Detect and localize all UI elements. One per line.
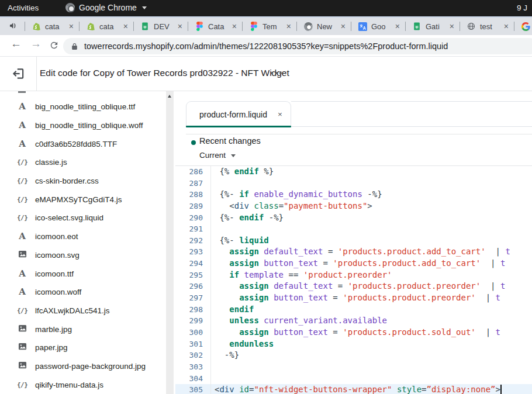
- tab-close-icon[interactable]: ×: [504, 22, 509, 30]
- browser-tab[interactable]: cata×: [25, 18, 79, 35]
- line-number: 296: [175, 281, 210, 292]
- page-title: Edit code for Copy of Tower Records prd0…: [40, 68, 289, 78]
- tab-close-icon[interactable]: ×: [341, 22, 346, 30]
- browser-tab[interactable]: DEV×: [133, 18, 188, 35]
- browser-tab[interactable]: Goo×: [351, 18, 405, 35]
- file-name: classie.js: [35, 158, 67, 167]
- browser-tab[interactable]: New×: [296, 18, 351, 35]
- header-divider: [36, 57, 37, 91]
- chevron-down-icon: [231, 154, 236, 157]
- font-file-icon: A: [17, 140, 27, 148]
- file-item[interactable]: {/}classie.js: [0, 153, 164, 172]
- version-dropdown[interactable]: Current: [199, 151, 236, 160]
- file-item[interactable]: Aicomoon.eot: [0, 227, 164, 246]
- tab-close-icon[interactable]: ×: [178, 22, 182, 30]
- file-item[interactable]: icomoon.svg: [0, 246, 164, 265]
- file-item[interactable]: paper.jpg: [0, 338, 164, 357]
- line-number: 301: [175, 338, 210, 350]
- code-line: 302 -%}: [175, 350, 532, 361]
- file-name: ico-select.svg.liquid: [35, 213, 103, 222]
- code-line: 294 assign button_text = 'products.produ…: [175, 258, 532, 269]
- browser-tab[interactable]: Cata×: [188, 18, 242, 35]
- file-item[interactable]: {/}qikify-tmenu-data.js: [0, 375, 164, 394]
- line-number: 299: [175, 315, 210, 327]
- browser-tab[interactable]: [514, 18, 532, 35]
- back-button[interactable]: ←: [11, 37, 22, 50]
- code-file-icon: {/}: [17, 177, 27, 185]
- google-favicon-icon: [521, 22, 530, 31]
- figma-favicon-icon: [249, 22, 258, 31]
- recent-changes-title: Recent changes: [199, 136, 261, 146]
- font-file-icon: A: [17, 102, 27, 111]
- sidebar-scrollbar[interactable]: [166, 91, 174, 394]
- reload-button[interactable]: [49, 40, 59, 53]
- browser-tab[interactable]: Gati×: [405, 18, 460, 35]
- file-item[interactable]: Abig_noodle_titling_oblique.ttf: [0, 98, 164, 116]
- file-item[interactable]: Aicomoon.woff: [0, 283, 164, 302]
- code-line: 295 if template == 'product.preorder': [175, 269, 532, 281]
- file-item[interactable]: {/}lfcAXLwjkDALc541.js: [0, 302, 164, 320]
- tab-close-icon[interactable]: ×: [232, 22, 237, 30]
- tab-close-icon[interactable]: ×: [395, 22, 400, 30]
- line-number: 294: [175, 258, 210, 269]
- file-item[interactable]: {/}cs-skin-border.css: [0, 172, 164, 191]
- forward-button[interactable]: →: [30, 37, 42, 50]
- code-line: 292 {%- liquid: [175, 235, 532, 247]
- file-name: icomoon.woff: [35, 288, 81, 296]
- editor-file-tab-close-icon[interactable]: ×: [278, 110, 282, 119]
- file-item[interactable]: Ac0df3a6b528fdd85.TTF: [0, 134, 164, 153]
- code-editor[interactable]: 286 {% endif %}287288 {%- if enable_dyna…: [175, 166, 532, 394]
- speaker-icon: [9, 21, 18, 33]
- line-number: 302: [175, 350, 210, 361]
- file-name: c0df3a6b528fdd85.TTF: [35, 140, 117, 148]
- file-item[interactable]: password-page-background.jpg: [0, 357, 164, 376]
- code-line: 304: [175, 373, 532, 385]
- exit-button[interactable]: [11, 65, 27, 82]
- browser-address-bar: ← → towerrecords.myshopify.com/admin/the…: [0, 35, 532, 57]
- lock-icon[interactable]: [71, 43, 78, 50]
- app-menu[interactable]: Google Chrome: [65, 3, 147, 12]
- activities-button[interactable]: Activities: [8, 4, 39, 12]
- file-item[interactable]: marble.jpg: [0, 320, 164, 338]
- file-item[interactable]: {/}ico-select.svg.liquid: [0, 209, 164, 227]
- tab-close-icon[interactable]: ×: [69, 22, 74, 30]
- browser-tab-title: cata: [45, 22, 67, 31]
- code-line-content: assign default_text = 'products.product.…: [210, 281, 505, 292]
- scroll-up-icon[interactable]: [168, 95, 171, 98]
- code-line: 298 endif: [175, 304, 532, 316]
- tab-close-icon[interactable]: ×: [286, 22, 291, 30]
- editor-file-tab[interactable]: product-form.liquid ×: [186, 101, 291, 127]
- line-number: 295: [175, 269, 210, 281]
- code-line-content: [210, 223, 215, 235]
- text-cursor: [500, 385, 502, 394]
- tab-close-icon[interactable]: ×: [450, 22, 454, 30]
- code-line: 291: [175, 223, 532, 235]
- code-file-icon: {/}: [17, 196, 27, 203]
- code-line-content: assign button_text = 'products.product.a…: [210, 258, 505, 269]
- file-item[interactable]: {/}eMAPMXSyTCgGdiT4.js: [0, 190, 164, 209]
- file-name: eMAPMXSyTCgGdiT4.js: [35, 195, 122, 204]
- code-line: 287: [175, 178, 532, 189]
- file-name: icomoon.ttf: [35, 269, 74, 278]
- file-item[interactable]: Aicomoon.ttf: [0, 264, 164, 283]
- browser-tab[interactable]: test×: [460, 18, 514, 35]
- file-name: password-page-background.jpg: [35, 362, 146, 371]
- code-line-content: [210, 361, 215, 373]
- more-actions-button[interactable]: [271, 72, 282, 74]
- translate-favicon-icon: [358, 22, 367, 31]
- system-clock[interactable]: 9 J: [517, 4, 527, 12]
- image-file-icon: [17, 342, 27, 353]
- browser-tab[interactable]: cata×: [79, 18, 133, 35]
- file-item[interactable]: Abig_noodle_titling_oblique.woff: [0, 116, 164, 135]
- url-omnibox[interactable]: towerrecords.myshopify.com/admin/themes/…: [63, 38, 532, 54]
- line-number: 286: [175, 166, 210, 178]
- line-number: 304: [175, 373, 210, 385]
- code-line-content: assign button_text = 'products.product.s…: [210, 327, 500, 338]
- browser-tab-title: New: [317, 22, 338, 31]
- tab-close-icon[interactable]: ×: [123, 22, 128, 30]
- code-line-content: assign button_text = 'products.product.p…: [210, 292, 500, 304]
- code-line-content: <div class="payment-buttons">: [210, 201, 372, 212]
- line-number: 298: [175, 304, 210, 316]
- browser-tab[interactable]: Tem×: [242, 18, 296, 35]
- code-line-content: endif: [210, 304, 254, 316]
